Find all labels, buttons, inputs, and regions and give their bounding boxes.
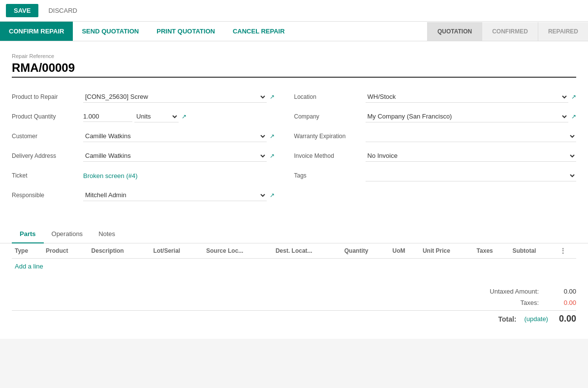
main-content: Repair Reference Product to Repair [CONS… — [0, 41, 588, 225]
tags-row: Tags — [294, 168, 577, 183]
customer-label: Customer — [12, 133, 83, 140]
tags-value — [366, 170, 577, 181]
delivery-address-select[interactable]: Camille Watkins — [83, 150, 267, 162]
col-type: Type — [12, 243, 43, 259]
invoice-method-select[interactable]: No Invoice — [366, 150, 577, 162]
location-label: Location — [294, 93, 366, 100]
repair-ref-label: Repair Reference — [12, 53, 576, 59]
col-quantity: Quantity — [341, 243, 390, 259]
status-step-repaired: REPAIRED — [538, 22, 588, 41]
ticket-label: Ticket — [12, 172, 83, 179]
location-value: WH/Stock ↗ — [366, 91, 577, 103]
ticket-value: Broken screen (#4) — [83, 172, 275, 179]
table-header-row: Type Product Description Lot/Serial Sour… — [12, 243, 576, 259]
tab-notes[interactable]: Notes — [91, 225, 123, 243]
company-label: Company — [294, 113, 366, 120]
tab-operations[interactable]: Operations — [44, 225, 91, 243]
discard-button[interactable]: DISCARD — [42, 4, 83, 17]
taxes-value: 0.00 — [547, 299, 576, 306]
col-product: Product — [43, 243, 89, 259]
form-grid: Product to Repair [CONS_25630] Screw ↗ P… — [12, 90, 576, 208]
status-pipeline: QUOTATION CONFIRMED REPAIRED — [427, 22, 588, 41]
total-value: 0.00 — [559, 314, 576, 324]
product-quantity-ext-link[interactable]: ↗ — [182, 113, 186, 120]
send-quotation-button[interactable]: SEND QUOTATION — [73, 22, 148, 41]
invoice-method-label: Invoice Method — [294, 152, 366, 159]
responsible-row: Responsible Mitchell Admin ↗ — [12, 188, 275, 203]
totals-section: Untaxed Amount: 0.00 Taxes: 0.00 Total: … — [0, 286, 588, 339]
invoice-method-row: Invoice Method No Invoice — [294, 149, 577, 163]
responsible-select[interactable]: Mitchell Admin — [83, 189, 267, 201]
warranty-expiration-value — [366, 130, 577, 142]
top-bar: SAVE DISCARD — [0, 0, 588, 22]
responsible-value: Mitchell Admin ↗ — [83, 189, 275, 201]
product-quantity-label: Product Quantity — [12, 113, 83, 120]
company-ext-link[interactable]: ↗ — [571, 113, 576, 120]
customer-ext-link[interactable]: ↗ — [270, 133, 275, 140]
responsible-ext-link[interactable]: ↗ — [270, 192, 275, 199]
action-bar: CONFIRM REPAIR SEND QUOTATION PRINT QUOT… — [0, 22, 588, 41]
company-select[interactable]: My Company (San Francisco) — [366, 111, 569, 122]
total-row: Total: (update) 0.00 — [12, 310, 576, 327]
repair-ref-input[interactable] — [12, 61, 576, 78]
parts-table: Type Product Description Lot/Serial Sour… — [12, 243, 576, 259]
customer-row: Customer Camille Watkins ↗ — [12, 129, 275, 144]
product-to-repair-select[interactable]: [CONS_25630] Screw — [83, 91, 267, 103]
taxes-label: Taxes: — [465, 299, 539, 306]
print-quotation-button[interactable]: PRINT QUOTATION — [148, 22, 224, 41]
location-ext-link[interactable]: ↗ — [571, 93, 576, 100]
delivery-address-label: Delivery Address — [12, 152, 83, 159]
tab-parts[interactable]: Parts — [12, 225, 44, 243]
confirm-repair-button[interactable]: CONFIRM REPAIR — [0, 22, 73, 41]
product-quantity-value: Units ↗ — [83, 111, 275, 122]
untaxed-amount-row: Untaxed Amount: 0.00 — [12, 286, 576, 297]
warranty-expiration-label: Warranty Expiration — [294, 133, 366, 140]
col-lot-serial: Lot/Serial — [150, 243, 203, 259]
responsible-label: Responsible — [12, 192, 83, 199]
product-quantity-input[interactable] — [83, 111, 132, 122]
delivery-address-ext-link[interactable]: ↗ — [270, 152, 275, 159]
table-more-icon[interactable]: ⋮ — [557, 243, 576, 259]
product-to-repair-value: [CONS_25630] Screw ↗ — [83, 91, 275, 103]
col-subtotal: Subtotal — [509, 243, 557, 259]
form-right-col: Location WH/Stock ↗ Company My Company (… — [294, 90, 577, 208]
product-to-repair-ext-link[interactable]: ↗ — [270, 93, 275, 100]
untaxed-amount-value: 0.00 — [547, 288, 576, 295]
total-label: Total: — [443, 315, 517, 323]
tags-label: Tags — [294, 172, 366, 179]
delivery-address-row: Delivery Address Camille Watkins ↗ — [12, 149, 275, 163]
col-dest-locat: Dest. Locat... — [273, 243, 341, 259]
product-quantity-row: Product Quantity Units ↗ — [12, 109, 275, 124]
table-section: Type Product Description Lot/Serial Sour… — [0, 243, 588, 286]
col-unit-price: Unit Price — [420, 243, 474, 259]
status-step-quotation: QUOTATION — [427, 22, 482, 41]
product-to-repair-label: Product to Repair — [12, 93, 83, 100]
delivery-address-value: Camille Watkins ↗ — [83, 150, 275, 162]
col-taxes: Taxes — [474, 243, 510, 259]
cancel-repair-button[interactable]: CANCEL REPAIR — [224, 22, 294, 41]
customer-value: Camille Watkins ↗ — [83, 130, 275, 142]
col-source-loc: Source Loc... — [203, 243, 273, 259]
untaxed-amount-label: Untaxed Amount: — [465, 288, 539, 295]
tabs-bar: Parts Operations Notes — [0, 225, 588, 243]
warranty-expiration-select[interactable] — [366, 130, 577, 142]
company-row: Company My Company (San Francisco) ↗ — [294, 109, 577, 124]
add-line-button[interactable]: Add a line — [12, 259, 46, 274]
col-description: Description — [89, 243, 151, 259]
taxes-row: Taxes: 0.00 — [12, 297, 576, 308]
col-uom: UoM — [390, 243, 420, 259]
company-value: My Company (San Francisco) ↗ — [366, 111, 577, 122]
tags-select[interactable] — [366, 170, 577, 181]
save-button[interactable]: SAVE — [6, 4, 38, 17]
customer-select[interactable]: Camille Watkins — [83, 130, 267, 142]
form-left-col: Product to Repair [CONS_25630] Screw ↗ P… — [12, 90, 294, 208]
status-step-confirmed: CONFIRMED — [482, 22, 538, 41]
invoice-method-value: No Invoice — [366, 150, 577, 162]
location-select[interactable]: WH/Stock — [366, 91, 569, 103]
location-row: Location WH/Stock ↗ — [294, 90, 577, 104]
warranty-expiration-row: Warranty Expiration — [294, 129, 577, 144]
update-link[interactable]: (update) — [525, 315, 548, 323]
units-select[interactable]: Units — [134, 111, 179, 122]
ticket-row: Ticket Broken screen (#4) — [12, 168, 275, 183]
ticket-link[interactable]: Broken screen (#4) — [83, 172, 138, 179]
